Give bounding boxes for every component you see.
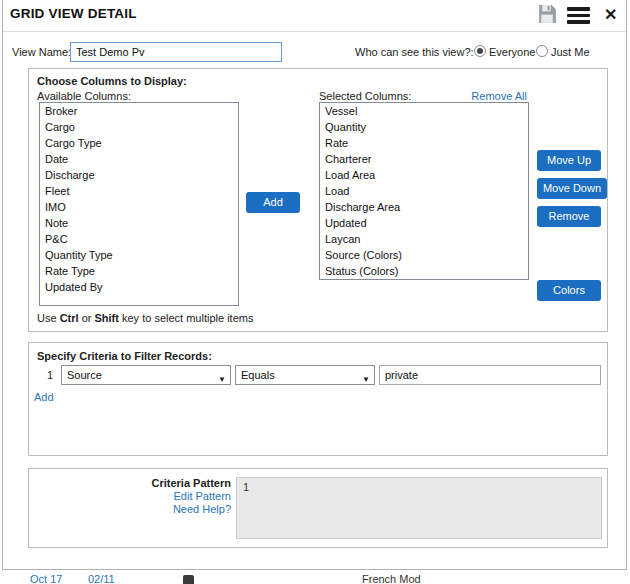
- selected-columns-label: Selected Columns:: [319, 90, 411, 102]
- filter-section: Specify Criteria to Filter Records: 1 So…: [28, 342, 608, 456]
- list-item[interactable]: Updated By: [40, 279, 238, 295]
- move-up-button[interactable]: Move Up: [537, 150, 601, 171]
- menu-icon[interactable]: [567, 7, 591, 25]
- close-icon[interactable]: ✕: [604, 5, 617, 24]
- list-item[interactable]: Date: [40, 151, 238, 167]
- criteria-pattern-labels: Criteria Pattern Edit Pattern Need Help?: [29, 477, 231, 516]
- background-icon: [183, 575, 194, 584]
- list-item[interactable]: Charterer: [320, 151, 528, 167]
- list-item[interactable]: Load Area: [320, 167, 528, 183]
- filter-section-title: Specify Criteria to Filter Records:: [37, 350, 212, 362]
- available-columns-label: Available Columns:: [37, 90, 131, 102]
- hint-text: Use: [37, 312, 60, 324]
- list-item[interactable]: Rate Type: [40, 263, 238, 279]
- background-date-link-1[interactable]: Oct 17: [30, 573, 62, 584]
- list-item[interactable]: P&C: [40, 231, 238, 247]
- radio-justme-label[interactable]: Just Me: [551, 46, 590, 58]
- filter-operator-select[interactable]: Equals: [235, 365, 375, 385]
- criteria-pattern-label: Criteria Pattern: [29, 477, 231, 489]
- need-help-link[interactable]: Need Help?: [29, 503, 231, 515]
- columns-section-title: Choose Columns to Display:: [37, 75, 187, 87]
- radio-everyone-label[interactable]: Everyone: [489, 46, 535, 58]
- filter-row-index: 1: [47, 369, 53, 381]
- list-item[interactable]: Status (Colors): [320, 263, 528, 279]
- radio-justme[interactable]: [536, 45, 548, 57]
- dialog-title: GRID VIEW DETAIL: [10, 6, 137, 21]
- edit-pattern-link[interactable]: Edit Pattern: [29, 490, 231, 502]
- list-item[interactable]: Cargo Type: [40, 135, 238, 151]
- visibility-label: Who can see this view?:: [355, 46, 474, 58]
- view-name-label: View Name:: [12, 46, 71, 58]
- list-item[interactable]: Note: [40, 215, 238, 231]
- hint-text: key to select multiple items: [119, 312, 254, 324]
- list-item[interactable]: Laycan: [320, 231, 528, 247]
- move-down-button[interactable]: Move Down: [537, 178, 607, 199]
- list-item[interactable]: Load: [320, 183, 528, 199]
- add-criteria-link[interactable]: Add: [34, 391, 54, 403]
- list-item[interactable]: Fleet: [40, 183, 238, 199]
- filter-field-select[interactable]: Source: [61, 365, 231, 385]
- list-item[interactable]: Source (Colors): [320, 247, 528, 263]
- multi-select-hint: Use Ctrl or Shift key to select multiple…: [37, 312, 253, 324]
- background-date-link-2[interactable]: 02/11: [88, 573, 115, 584]
- list-item[interactable]: Rate: [320, 135, 528, 151]
- list-item[interactable]: Discharge Area: [320, 199, 528, 215]
- hint-shift: Shift: [94, 312, 118, 324]
- list-item[interactable]: IMO: [40, 199, 238, 215]
- remove-button[interactable]: Remove: [537, 206, 601, 227]
- background-text: French Mod: [362, 573, 421, 584]
- list-item[interactable]: Cargo: [40, 119, 238, 135]
- save-icon[interactable]: [536, 3, 558, 25]
- filter-value-input[interactable]: [379, 365, 601, 385]
- list-item[interactable]: Quantity: [320, 119, 528, 135]
- list-item[interactable]: Broker: [40, 103, 238, 119]
- radio-everyone[interactable]: [474, 45, 486, 57]
- grid-view-detail-dialog: GRID VIEW DETAIL ✕ View Name: Who can se…: [0, 0, 630, 584]
- view-name-input[interactable]: [70, 42, 282, 62]
- list-item[interactable]: Updated: [320, 215, 528, 231]
- criteria-pattern-textarea[interactable]: 1: [236, 477, 602, 539]
- selected-columns-list[interactable]: VesselQuantityRateChartererLoad AreaLoad…: [319, 102, 529, 280]
- add-columns-button[interactable]: Add: [246, 192, 300, 213]
- hint-text: or: [79, 312, 95, 324]
- save-icon-glyph: [536, 3, 558, 25]
- list-item[interactable]: Quantity Type: [40, 247, 238, 263]
- header-divider: [3, 31, 626, 32]
- criteria-pattern-section: Criteria Pattern Edit Pattern Need Help?…: [28, 468, 608, 548]
- columns-section: Choose Columns to Display: Available Col…: [28, 68, 608, 332]
- list-item[interactable]: Discharge: [40, 167, 238, 183]
- list-item[interactable]: Vessel: [320, 103, 528, 119]
- colors-button[interactable]: Colors: [537, 280, 601, 301]
- available-columns-list[interactable]: BrokerCargoCargo TypeDateDischargeFleetI…: [39, 102, 239, 306]
- hint-ctrl: Ctrl: [60, 312, 79, 324]
- remove-all-link[interactable]: Remove All: [471, 90, 527, 102]
